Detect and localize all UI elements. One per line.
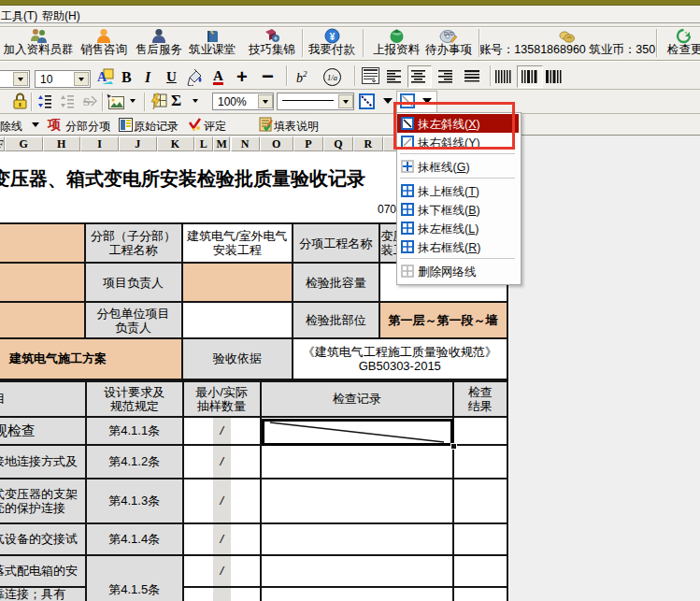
svg-text:DVD: DVD xyxy=(444,31,454,36)
svg-text:A: A xyxy=(97,70,107,84)
svg-text:¥: ¥ xyxy=(329,32,335,42)
